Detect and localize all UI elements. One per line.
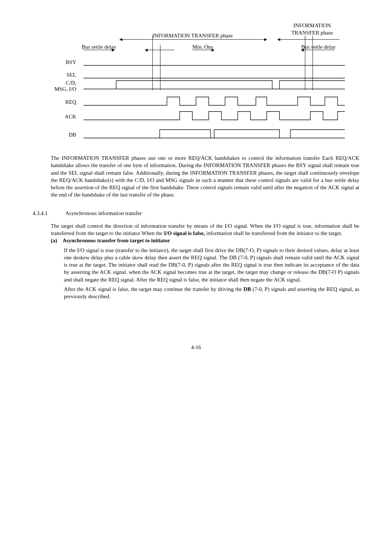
- item-a-body2: After the ACK signal is false, the targe…: [64, 285, 359, 300]
- phase-right-line1: INFORMATION: [293, 23, 331, 28]
- item-a-body2a: After the ACK signal is false, the targe…: [64, 286, 244, 292]
- row-ack: ACK: [47, 111, 345, 122]
- wave-cd-msg-io: [83, 80, 345, 92]
- wave-req: [83, 96, 345, 107]
- item-a-body1: If the I/O signal is true (transfer to t…: [64, 247, 359, 283]
- section-heading: 4.3.4.1 Asynchronous information transfe…: [33, 210, 359, 217]
- row-sel: SEL: [47, 69, 345, 80]
- paragraph-1: The INFORMATION TRANSFER phases use one …: [51, 154, 359, 199]
- paragraph-2-bold: I/O signal is false,: [164, 230, 205, 236]
- label-db: DB: [44, 131, 76, 138]
- item-a-marker: (a): [51, 238, 57, 243]
- section-title: Asynchronous information transfer: [65, 210, 142, 217]
- item-a-title: Asynchronous transfer from target to ini…: [63, 238, 170, 243]
- row-bsy: BSY: [47, 56, 345, 67]
- item-a-body2-bold: DB: [244, 286, 251, 292]
- phase-span-arrow-main: [120, 39, 267, 40]
- bus-settle-left-arrow: [83, 50, 114, 50]
- wave-bsy: [83, 56, 345, 67]
- phase-span-arrow-right: [278, 39, 339, 40]
- row-cd-msg-io: C/D,MSG, I/O: [47, 80, 345, 91]
- phase-right-label: INFORMATION TRANSFER phase: [279, 22, 345, 37]
- wave-ack: [83, 111, 345, 122]
- paragraph-2b: information shall be transferred from th…: [205, 230, 342, 236]
- bus-settle-right-arrow: [301, 50, 334, 50]
- row-req: REQ: [47, 96, 345, 107]
- label-bsy: BSY: [44, 58, 76, 66]
- list-item-a: (a) Asynchronous transfer from target to…: [51, 237, 359, 300]
- min-ons-arrow-right: [192, 50, 214, 50]
- label-cd-msg-io: C/D,MSG, I/O: [44, 80, 76, 93]
- paragraph-2: The target shall control the direction o…: [51, 222, 359, 237]
- row-db: DB: [47, 129, 345, 140]
- label-sel: SEL: [44, 71, 76, 78]
- page-number: 4-16: [33, 344, 359, 351]
- phase-right-line2: TRANSFER phase: [291, 30, 333, 36]
- min-ons-arrow-left: [145, 50, 174, 50]
- wave-db: [83, 129, 345, 140]
- section-number: 4.3.4.1: [33, 210, 65, 217]
- phase-main-label: INFORMATION TRANSFER phase: [152, 32, 233, 39]
- timing-diagram: INFORMATION TRANSFER phase INFORMATION T…: [47, 22, 345, 142]
- label-ack: ACK: [44, 113, 76, 120]
- wave-sel: [83, 69, 345, 80]
- label-req: REQ: [44, 98, 76, 106]
